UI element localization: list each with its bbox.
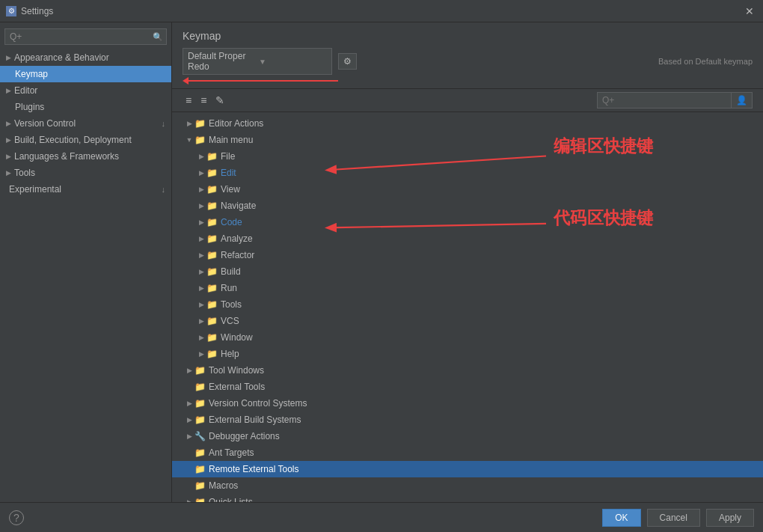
sidebar-label-experimental: Experimental (9, 184, 61, 195)
keymap-controls: Default Proper Redo ▼ ⚙ Based on Default… (183, 48, 753, 75)
folder-icon-external-build-systems: 📁 (194, 413, 206, 426)
tree-item-tool-windows[interactable]: ▶📁Tool Windows (172, 362, 763, 379)
folder-icon-quick-lists: 📁 (194, 495, 206, 502)
tree-item-external-tools[interactable]: 📁External Tools (172, 379, 763, 395)
tree-arrow-version-control-systems[interactable]: ▶ (184, 397, 194, 410)
tree-label-version-control-systems: Version Control Systems (209, 397, 757, 410)
tree-item-run[interactable]: ▶📁Run (172, 280, 763, 296)
footer-buttons: OK Cancel Apply (602, 509, 754, 527)
tree-arrow-quick-lists[interactable]: ▶ (184, 495, 194, 502)
tree-arrow-debugger-actions[interactable]: ▶ (184, 429, 194, 443)
tree-item-editor-actions[interactable]: ▶📁Editor Actions (172, 115, 763, 132)
tree-item-edit[interactable]: ▶📁Edit (172, 165, 763, 181)
tree-arrow-analyze[interactable]: ▶ (196, 232, 206, 245)
ok-button[interactable]: OK (602, 509, 640, 527)
tree-item-quick-lists[interactable]: ▶📁Quick Lists (172, 494, 763, 502)
toolbar-search-input[interactable] (597, 92, 732, 108)
tree-arrow-navigate[interactable]: ▶ (196, 199, 206, 213)
tree-arrow-view[interactable]: ▶ (196, 183, 206, 196)
folder-icon-view: 📁 (206, 183, 218, 196)
tree-arrow-main-menu[interactable]: ▼ (184, 133, 194, 147)
tree-item-view[interactable]: ▶📁View (172, 181, 763, 198)
toolbar-align-left-button[interactable]: ≡ (183, 93, 194, 108)
sidebar-search-icon: 🔍 (153, 32, 163, 42)
tree-arrow-external-build-systems[interactable]: ▶ (184, 413, 194, 426)
tree-item-debugger-actions[interactable]: ▶🔧Debugger Actions (172, 428, 763, 444)
folder-icon-build: 📁 (206, 265, 218, 278)
tree-arrow-refactor[interactable]: ▶ (196, 248, 206, 262)
tree-item-vcs[interactable]: ▶📁VCS (172, 313, 763, 329)
folder-icon-code: 📁 (206, 215, 218, 229)
sidebar-arrow-build: ▶ (6, 136, 11, 144)
tree-arrow-code[interactable]: ▶ (196, 215, 206, 229)
cancel-button[interactable]: Cancel (647, 509, 700, 527)
keymap-select[interactable]: Default Proper Redo ▼ (183, 48, 332, 75)
help-button[interactable]: ? (9, 510, 24, 525)
toolbar-search: 👤 (597, 92, 753, 108)
sidebar-arrow-lang: ▶ (6, 153, 11, 160)
sidebar-label-tools: Tools (14, 168, 35, 178)
tree-arrow-help[interactable]: ▶ (196, 347, 206, 361)
folder-icon-navigate: 📁 (206, 199, 218, 213)
tree-item-main-menu[interactable]: ▼📁Main menu (172, 132, 763, 148)
tree-arrow-tool-windows[interactable]: ▶ (184, 364, 194, 377)
close-button[interactable]: ✕ (742, 4, 757, 19)
tree-label-window: Window (221, 331, 757, 344)
sidebar-search-box[interactable]: 🔍 (4, 28, 167, 45)
folder-icon-window: 📁 (206, 331, 218, 344)
tree-item-ant-targets[interactable]: 📁Ant Targets (172, 444, 763, 461)
sidebar-item-editor[interactable]: ▶ Editor (0, 82, 171, 99)
tree-arrow-window[interactable]: ▶ (196, 331, 206, 344)
red-arrow-bar (183, 78, 753, 84)
tree-item-navigate[interactable]: ▶📁Navigate (172, 198, 763, 214)
sidebar-label-lang: Languages & Frameworks (14, 151, 119, 162)
tree-arrow-editor-actions[interactable]: ▶ (184, 117, 194, 130)
sidebar-item-experimental[interactable]: Experimental ↓ (0, 181, 171, 198)
tree-item-analyze[interactable]: ▶📁Analyze (172, 230, 763, 247)
sidebar-settings-icon-exp: ↓ (162, 185, 166, 194)
tree-label-macros: Macros (209, 479, 757, 492)
tree-item-tools-menu[interactable]: ▶📁Tools (172, 296, 763, 313)
main-layout: 🔍 ▶ Appearance & Behavior Keymap ▶ Edito… (0, 22, 763, 502)
tree-arrow-tools-menu[interactable]: ▶ (196, 298, 206, 311)
sidebar-item-tools[interactable]: ▶ Tools (0, 165, 171, 181)
sidebar-item-appearance[interactable]: ▶ Appearance & Behavior (0, 49, 171, 66)
sidebar-item-build[interactable]: ▶ Build, Execution, Deployment (0, 132, 171, 148)
sidebar-item-keymap[interactable]: Keymap (0, 66, 171, 82)
apply-button[interactable]: Apply (706, 509, 754, 527)
sidebar-label-plugins: Plugins (15, 102, 44, 112)
tree-item-macros[interactable]: 📁Macros (172, 477, 763, 494)
tree-item-refactor[interactable]: ▶📁Refactor (172, 247, 763, 263)
folder-icon-debugger-actions: 🔧 (194, 429, 206, 443)
tree-arrow-file[interactable]: ▶ (196, 150, 206, 163)
sidebar-item-plugins[interactable]: Plugins (0, 99, 171, 115)
content-title: Keymap (183, 30, 753, 42)
tree-arrow-edit[interactable]: ▶ (196, 166, 206, 180)
tree-item-help[interactable]: ▶📁Help (172, 346, 763, 362)
tree-item-version-control-systems[interactable]: ▶📁Version Control Systems (172, 395, 763, 412)
toolbar-edit-button[interactable]: ✎ (212, 93, 227, 108)
toolbar-search-icon-btn[interactable]: 👤 (732, 92, 753, 108)
keymap-gear-button[interactable]: ⚙ (338, 53, 357, 70)
tree-label-build: Build (221, 265, 757, 278)
app-icon: ⚙ (6, 6, 16, 16)
window-title: Settings (21, 6, 53, 16)
tree-item-build[interactable]: ▶📁Build (172, 263, 763, 280)
tree-item-file[interactable]: ▶📁File (172, 148, 763, 165)
tree-label-navigate: Navigate (221, 199, 757, 213)
sidebar-item-version-control[interactable]: ▶ Version Control ↓ (0, 115, 171, 132)
tree-arrow-run[interactable]: ▶ (196, 281, 206, 295)
tree-arrow-vcs[interactable]: ▶ (196, 314, 206, 328)
sidebar-item-languages[interactable]: ▶ Languages & Frameworks (0, 148, 171, 165)
folder-icon-help: 📁 (206, 347, 218, 361)
tree-label-external-tools: External Tools (209, 380, 757, 394)
toolbar-align-right-button[interactable]: ≡ (197, 93, 209, 108)
sidebar-search-input[interactable] (4, 28, 167, 45)
tree-item-external-build-systems[interactable]: ▶📁External Build Systems (172, 412, 763, 428)
tree-item-window[interactable]: ▶📁Window (172, 329, 763, 346)
tree-label-edit: Edit (221, 166, 757, 180)
tree-item-remote-external-tools[interactable]: 📁Remote External Tools (172, 461, 763, 477)
tree-arrow-build[interactable]: ▶ (196, 265, 206, 278)
tree-item-code[interactable]: ▶📁Code (172, 214, 763, 230)
tree-label-main-menu: Main menu (209, 133, 757, 147)
